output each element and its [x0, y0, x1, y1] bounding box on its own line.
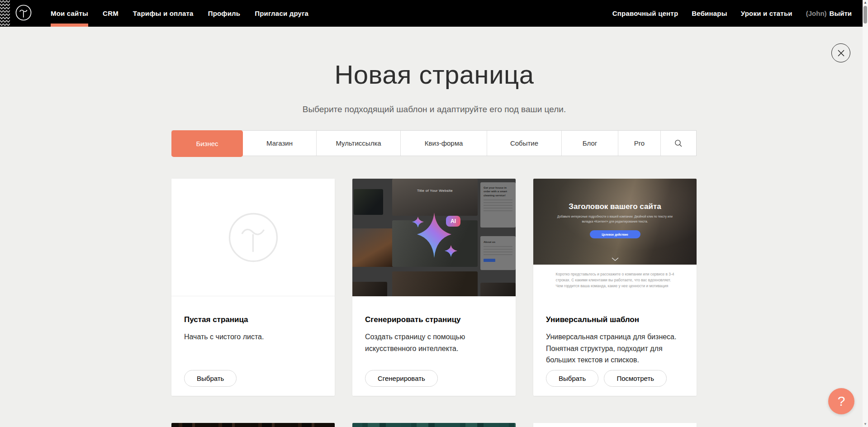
nav-item-label: Профиль: [208, 9, 241, 17]
generate-button[interactable]: Сгенерировать: [365, 370, 438, 387]
collage-photo-bottom-right: [480, 283, 516, 296]
page-title: Новая страница: [0, 59, 868, 90]
ai-sparkle-icon: [398, 207, 470, 268]
scrollbar-down-arrow[interactable]: ▼: [863, 422, 868, 426]
tab-quiz-form[interactable]: Квиз-форма: [401, 131, 487, 156]
template-card-partial-1: [171, 423, 335, 427]
collage-text-lines: [484, 246, 512, 256]
preview-body-text: Коротко представьтесь и расскажите о ком…: [556, 271, 674, 289]
scrollbar[interactable]: ▲ ▼: [863, 0, 868, 427]
card-actions: Выбрать: [184, 370, 237, 387]
nav-item-lessons[interactable]: Уроки и статьи: [741, 0, 792, 27]
template-card-partial-3: [533, 423, 697, 427]
nav-menu-left: Мои сайты CRM Тарифы и оплата Профиль Пр…: [51, 0, 308, 27]
template-category-tabs: Бизнес Магазин Мультиссылка Квиз-форма С…: [171, 130, 697, 156]
card-actions: Сгенерировать: [365, 370, 438, 387]
nav-item-tariffs[interactable]: Тарифы и оплата: [133, 0, 194, 27]
preview-cta-button: Целевое действие: [590, 230, 640, 238]
card-title: Пустая страница: [184, 315, 322, 324]
active-nav-underline: [51, 24, 88, 27]
collage-text-card-about: About us: [480, 236, 516, 270]
card-body: Универсальный шаблон Универсальная стран…: [533, 296, 697, 366]
template-thumbnail-dark: [171, 423, 335, 427]
tilda-logo[interactable]: [15, 4, 32, 21]
template-thumbnail-white: [533, 423, 697, 427]
nav-item-label: Пригласи друга: [255, 9, 308, 17]
nav-item-label: Справочный центр: [612, 9, 678, 17]
scrollbar-thumb[interactable]: [863, 6, 867, 24]
collage-text-card-top: Get your house in order with a smart cle…: [480, 182, 516, 228]
nav-item-help-center[interactable]: Справочный центр: [612, 0, 678, 27]
collage-mini-button: [484, 259, 495, 262]
template-card-ai-generate: Title of Your Website Get your house in …: [352, 179, 516, 396]
top-nav: Мои сайты CRM Тарифы и оплата Профиль Пр…: [0, 0, 863, 27]
nav-menu-right: Справочный центр Вебинары Уроки и статьи…: [612, 0, 852, 27]
nav-item-label: Вебинары: [692, 9, 727, 17]
template-thumbnail-teal: [352, 423, 516, 427]
collage-photo-people-center: [392, 271, 478, 296]
ai-badge: AI: [446, 216, 460, 227]
template-preview-text-section: Коротко представьтесь и расскажите о ком…: [533, 265, 697, 296]
tab-pro[interactable]: Pro: [618, 131, 661, 156]
card-title: Универсальный шаблон: [546, 315, 684, 324]
scrollbar-up-arrow[interactable]: ▲: [863, 1, 868, 5]
nav-item-my-sites[interactable]: Мои сайты: [51, 0, 88, 27]
template-preview-hero-photo: Заголовок вашего сайта Добавьте интересн…: [533, 179, 697, 265]
ai-collage-thumbnail: Title of Your Website Get your house in …: [352, 179, 516, 296]
template-card-universal: Заголовок вашего сайта Добавьте интересн…: [533, 179, 697, 396]
template-card-partial-2: [352, 423, 516, 427]
collage-text-title: Get your house in order with a smart cle…: [484, 186, 512, 197]
preview-hero-title: Заголовок вашего сайта: [533, 202, 697, 211]
nav-item-crm[interactable]: CRM: [103, 0, 119, 27]
collage-text-lines: [484, 199, 512, 213]
collage-hero-title: Title of Your Website: [392, 179, 478, 193]
card-body: Сгенерировать страницу Создать страницу …: [352, 296, 516, 354]
collage-text-title: About us: [484, 240, 512, 244]
preview-hero-subtitle: Добавьте интересные подробности о вашей …: [552, 214, 678, 224]
card-actions: Выбрать Посмотреть: [546, 370, 667, 387]
template-grid: Пустая страница Начать с чистого листа. …: [171, 179, 697, 427]
card-title: Сгенерировать страницу: [365, 315, 503, 324]
logout-link[interactable]: Выйти: [830, 9, 852, 17]
chevron-down-icon: [612, 257, 619, 261]
collage-photo-people-left: [352, 282, 387, 296]
preview-button[interactable]: Посмотреть: [604, 370, 667, 387]
choose-button[interactable]: Выбрать: [546, 370, 598, 387]
tab-search[interactable]: [661, 131, 696, 156]
nav-item-label: Тарифы и оплата: [133, 9, 194, 17]
tab-business[interactable]: Бизнес: [171, 130, 243, 157]
zigzag-pattern-decoration: [0, 0, 10, 27]
nav-item-label: CRM: [103, 9, 119, 17]
search-icon: [674, 139, 683, 147]
nav-item-profile[interactable]: Профиль: [208, 0, 241, 27]
card-description: Универсальная страница для бизнеса. Поня…: [546, 331, 682, 366]
new-page-modal: Мои сайты CRM Тарифы и оплата Профиль Пр…: [0, 0, 868, 427]
tilda-watermark-icon: [227, 211, 280, 264]
card-description: Начать с чистого листа.: [184, 331, 320, 343]
tab-multilink[interactable]: Мультиссылка: [317, 131, 401, 156]
tab-event[interactable]: Событие: [487, 131, 562, 156]
page-subtitle: Выберите подходящий шаблон и адаптируйте…: [0, 104, 868, 114]
tab-blog[interactable]: Блог: [562, 131, 618, 156]
template-card-blank-page: Пустая страница Начать с чистого листа. …: [171, 179, 335, 396]
nav-user-block: (John) Выйти: [806, 9, 852, 17]
card-body: Пустая страница Начать с чистого листа.: [171, 296, 335, 343]
user-name: (John): [806, 9, 827, 17]
tab-shop[interactable]: Магазин: [243, 131, 317, 156]
choose-button[interactable]: Выбрать: [184, 370, 237, 387]
blank-page-thumbnail: [171, 179, 335, 296]
nav-item-label: Мои сайты: [51, 9, 88, 17]
help-button[interactable]: ?: [828, 388, 854, 414]
nav-item-invite-friend[interactable]: Пригласи друга: [255, 0, 308, 27]
collage-photo-desk: [354, 189, 383, 215]
nav-item-webinars[interactable]: Вебинары: [692, 0, 727, 27]
close-icon: [837, 49, 845, 57]
universal-template-thumbnail: Заголовок вашего сайта Добавьте интересн…: [533, 179, 697, 296]
nav-item-label: Уроки и статьи: [741, 9, 792, 17]
card-description: Создать страницу с помощью искусственног…: [365, 331, 501, 354]
